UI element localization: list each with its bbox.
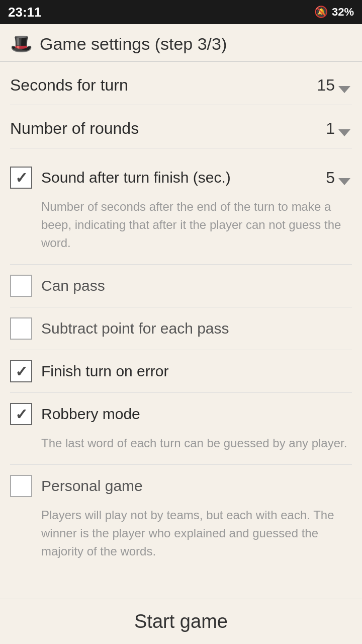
number-of-rounds-label: Number of rounds (10, 119, 139, 138)
status-bar: 23:11 🔕 32% (0, 0, 362, 24)
footer: Start game (0, 599, 362, 644)
start-game-button[interactable]: Start game (134, 611, 228, 632)
robbery-mode-description: The last word of each turn can be guesse… (10, 432, 352, 461)
number-of-rounds-arrow[interactable] (337, 121, 352, 136)
can-pass-row[interactable]: Can pass (10, 268, 352, 304)
seconds-for-turn-row: Seconds for turn 15 (10, 62, 352, 105)
time-display: 23:11 (8, 5, 42, 20)
sound-after-turn-row: Sound after turn finish (sec.) 5 (10, 159, 352, 196)
seconds-for-turn-value: 15 (310, 76, 335, 95)
number-of-rounds-row: Number of rounds 1 (10, 105, 352, 148)
divider-4 (10, 392, 352, 393)
divider-2 (10, 307, 352, 307)
checkbox-section: Sound after turn finish (sec.) 5 Number … (10, 148, 352, 570)
can-pass-label: Can pass (41, 277, 105, 294)
subtract-point-label: Subtract point for each pass (41, 320, 229, 337)
finish-turn-on-error-checkbox[interactable] (10, 360, 32, 382)
finish-turn-on-error-row[interactable]: Finish turn on error (10, 353, 352, 389)
hat-icon: 🎩 (10, 33, 33, 54)
finish-turn-on-error-label: Finish turn on error (41, 363, 168, 380)
divider-1 (10, 264, 352, 265)
number-of-rounds-value: 1 (310, 119, 335, 138)
status-icons: 🔕 32% (314, 6, 354, 19)
subtract-point-row[interactable]: Subtract point for each pass (10, 310, 352, 347)
seconds-for-turn-label: Seconds for turn (10, 76, 128, 95)
personal-game-row[interactable]: Personal game (10, 468, 352, 504)
robbery-mode-label: Robbery mode (41, 406, 140, 423)
sound-after-turn-arrow[interactable] (337, 170, 352, 185)
personal-game-label: Personal game (41, 477, 143, 495)
seconds-for-turn-arrow[interactable] (337, 78, 352, 93)
personal-game-checkbox[interactable] (10, 475, 32, 497)
sound-after-turn-label: Sound after turn finish (sec.) (41, 169, 231, 186)
subtract-point-checkbox[interactable] (10, 317, 32, 340)
settings-content: Seconds for turn 15 Number of rounds 1 S… (0, 62, 362, 599)
page-title: Game settings (step 3/3) (40, 34, 227, 54)
battery-display: 32% (332, 6, 354, 19)
seconds-for-turn-selector[interactable]: 15 (310, 76, 352, 95)
header: 🎩 Game settings (step 3/3) (0, 24, 362, 62)
number-of-rounds-selector[interactable]: 1 (310, 119, 352, 138)
divider-3 (10, 350, 352, 350)
can-pass-checkbox[interactable] (10, 275, 32, 297)
robbery-mode-row[interactable]: Robbery mode (10, 396, 352, 432)
sound-after-turn-checkbox[interactable] (10, 167, 32, 189)
sound-after-turn-selector[interactable]: 5 (310, 169, 352, 187)
personal-game-description: Players will play not by teams, but each… (10, 504, 352, 570)
mute-icon: 🔕 (314, 6, 328, 19)
sound-after-turn-description: Number of seconds after the end of the t… (10, 196, 352, 261)
divider-5 (10, 464, 352, 465)
sound-after-turn-value: 5 (310, 169, 335, 187)
robbery-mode-checkbox[interactable] (10, 403, 32, 425)
